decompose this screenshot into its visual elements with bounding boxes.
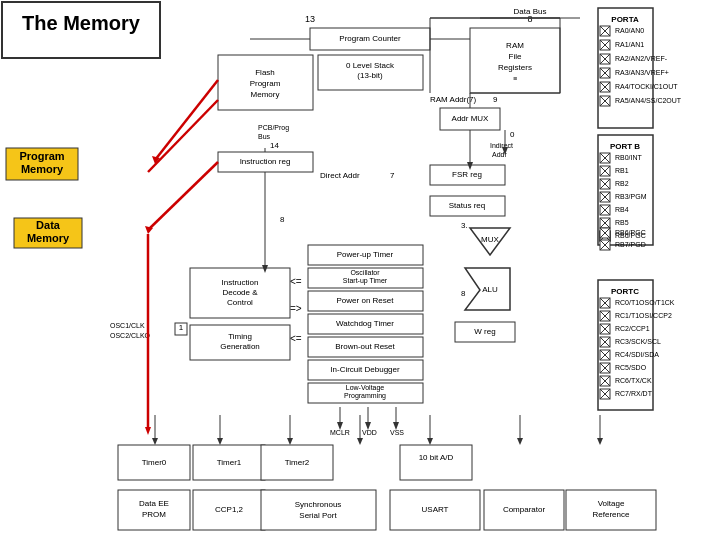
svg-text:RA2/AN2/VREF-: RA2/AN2/VREF- bbox=[615, 55, 668, 62]
svg-rect-205 bbox=[261, 490, 376, 530]
svg-text:Serial Port: Serial Port bbox=[299, 511, 337, 520]
svg-text:14: 14 bbox=[270, 141, 279, 150]
svg-text:PROM: PROM bbox=[142, 510, 166, 519]
svg-text:Registers: Registers bbox=[498, 63, 532, 72]
svg-text:RAM: RAM bbox=[506, 41, 524, 50]
svg-text:RB5: RB5 bbox=[615, 219, 629, 226]
svg-text:RC0/T1OSO/T1CK: RC0/T1OSO/T1CK bbox=[615, 299, 675, 306]
svg-text:Memory: Memory bbox=[27, 232, 70, 244]
svg-text:0: 0 bbox=[510, 130, 515, 139]
svg-text:Memory: Memory bbox=[251, 90, 280, 99]
svg-text:VSS: VSS bbox=[390, 429, 404, 436]
svg-text:RB2: RB2 bbox=[615, 180, 629, 187]
svg-text:RC4/SDI/SDA: RC4/SDI/SDA bbox=[615, 351, 659, 358]
svg-text:Decode &: Decode & bbox=[222, 288, 258, 297]
svg-text:The Memory: The Memory bbox=[22, 12, 141, 34]
svg-text:Memory: Memory bbox=[21, 163, 64, 175]
svg-text:10 bit A/D: 10 bit A/D bbox=[419, 453, 454, 462]
svg-text:Program Counter: Program Counter bbox=[339, 34, 401, 43]
svg-text:RB4: RB4 bbox=[615, 206, 629, 213]
svg-text:0 Level Stack: 0 Level Stack bbox=[346, 61, 395, 70]
svg-text:Bus: Bus bbox=[258, 133, 271, 140]
svg-text:PORT B: PORT B bbox=[610, 142, 640, 151]
svg-text:Comparator: Comparator bbox=[503, 505, 546, 514]
svg-text:RB0/INT: RB0/INT bbox=[615, 154, 643, 161]
svg-text:Oscillator: Oscillator bbox=[350, 269, 380, 276]
svg-text:MCLR: MCLR bbox=[330, 429, 350, 436]
svg-text:Timer2: Timer2 bbox=[285, 458, 310, 467]
svg-text:RA1/AN1: RA1/AN1 bbox=[615, 41, 644, 48]
svg-text:Reference: Reference bbox=[593, 510, 630, 519]
svg-text:RA5/AN4/SS/C2OUT: RA5/AN4/SS/C2OUT bbox=[615, 97, 682, 104]
svg-text:8: 8 bbox=[461, 289, 466, 298]
svg-text:Power-up Timer: Power-up Timer bbox=[337, 250, 394, 259]
svg-text:CCP1,2: CCP1,2 bbox=[215, 505, 244, 514]
svg-text:RC5/SDO: RC5/SDO bbox=[615, 364, 647, 371]
svg-text:1: 1 bbox=[179, 323, 184, 332]
svg-text:PORTA: PORTA bbox=[611, 15, 639, 24]
svg-text:Timer1: Timer1 bbox=[217, 458, 242, 467]
svg-text:MUX: MUX bbox=[481, 235, 499, 244]
svg-text:RC2/CCP1: RC2/CCP1 bbox=[615, 325, 650, 332]
svg-text:Program: Program bbox=[250, 79, 281, 88]
svg-text:Brown-out Reset: Brown-out Reset bbox=[335, 342, 395, 351]
svg-text:8: 8 bbox=[280, 215, 285, 224]
svg-text:Data Bus: Data Bus bbox=[514, 7, 547, 16]
svg-text:=>: => bbox=[290, 303, 302, 314]
svg-text:Instruction reg: Instruction reg bbox=[240, 157, 291, 166]
svg-text:Status req: Status req bbox=[449, 201, 485, 210]
svg-text:Direct Addr: Direct Addr bbox=[320, 171, 360, 180]
svg-text:RC3/SCK/SCL: RC3/SCK/SCL bbox=[615, 338, 661, 345]
svg-rect-198 bbox=[400, 445, 472, 480]
svg-text:<=: <= bbox=[290, 333, 302, 344]
svg-text:PCB/Prog: PCB/Prog bbox=[258, 124, 289, 132]
svg-text:VDD: VDD bbox=[362, 429, 377, 436]
svg-text:RB7/PGD: RB7/PGD bbox=[615, 241, 646, 248]
svg-text:OSC1/CLK: OSC1/CLK bbox=[110, 322, 145, 329]
svg-text:Flash: Flash bbox=[255, 68, 275, 77]
svg-text:Power on Reset: Power on Reset bbox=[337, 296, 395, 305]
svg-text:W reg: W reg bbox=[474, 327, 495, 336]
svg-text:File: File bbox=[509, 52, 522, 61]
svg-text:Instruction: Instruction bbox=[222, 278, 259, 287]
svg-text:Watchdog Timer: Watchdog Timer bbox=[336, 319, 394, 328]
svg-text:In-Circuit Debugger: In-Circuit Debugger bbox=[330, 365, 400, 374]
svg-text:Voltage: Voltage bbox=[598, 499, 625, 508]
svg-text:9: 9 bbox=[493, 95, 498, 104]
svg-text:USART: USART bbox=[422, 505, 449, 514]
svg-text:RB1: RB1 bbox=[615, 167, 629, 174]
svg-text:≡: ≡ bbox=[513, 75, 517, 82]
diagram-container: 13 8 Data Bus Program Counter Flash Prog… bbox=[0, 0, 720, 540]
svg-text:FSR reg: FSR reg bbox=[452, 170, 482, 179]
svg-text:Addr MUX: Addr MUX bbox=[452, 114, 490, 123]
svg-text:RA0/AN0: RA0/AN0 bbox=[615, 27, 644, 34]
svg-text:RC6/TX/CK: RC6/TX/CK bbox=[615, 377, 652, 384]
svg-text:Programming: Programming bbox=[344, 392, 386, 400]
svg-text:Timer0: Timer0 bbox=[142, 458, 167, 467]
svg-text:Low-Voltage: Low-Voltage bbox=[346, 384, 385, 392]
svg-text:<=: <= bbox=[290, 276, 302, 287]
svg-text:RA4/TOCKI/C1OUT: RA4/TOCKI/C1OUT bbox=[615, 83, 678, 90]
svg-text:Generation: Generation bbox=[220, 342, 260, 351]
svg-text:Data EE: Data EE bbox=[139, 499, 169, 508]
svg-text:3.: 3. bbox=[461, 221, 468, 230]
svg-text:Program: Program bbox=[19, 150, 64, 162]
svg-text:Indirect: Indirect bbox=[490, 142, 513, 149]
svg-text:PORTC: PORTC bbox=[611, 287, 639, 296]
svg-text:Synchronous: Synchronous bbox=[295, 500, 342, 509]
svg-text:RC1/T1OSI/CCP2: RC1/T1OSI/CCP2 bbox=[615, 312, 672, 319]
svg-text:7: 7 bbox=[390, 171, 395, 180]
svg-text:Start-up Timer: Start-up Timer bbox=[343, 277, 388, 285]
svg-text:RC7/RX/DT: RC7/RX/DT bbox=[615, 390, 653, 397]
svg-text:OSC2/CLKO: OSC2/CLKO bbox=[110, 332, 151, 339]
svg-text:RA3/AN3/VREF+: RA3/AN3/VREF+ bbox=[615, 69, 669, 76]
svg-text:Control: Control bbox=[227, 298, 253, 307]
svg-text:RB3/PGM: RB3/PGM bbox=[615, 193, 647, 200]
svg-text:Data: Data bbox=[36, 219, 61, 231]
svg-text:(13-bit): (13-bit) bbox=[357, 71, 383, 80]
svg-text:ALU: ALU bbox=[482, 285, 498, 294]
svg-text:RB6/PGC: RB6/PGC bbox=[615, 229, 646, 236]
svg-text:Timing: Timing bbox=[228, 332, 252, 341]
svg-text:13: 13 bbox=[305, 14, 315, 24]
